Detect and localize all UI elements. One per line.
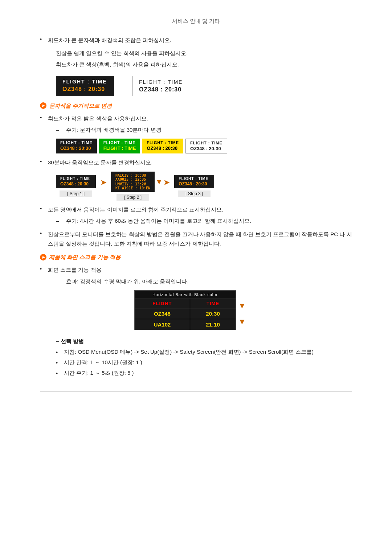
orange-bullet-icon-2 (40, 254, 46, 260)
step-box-3: FLIGHT : TIME OZ348 : 20:30 [ Step 3 ] (174, 175, 214, 197)
orange-label-text-2: 제품에 화면 스크롤 기능 적용 (49, 254, 121, 261)
step2-flight-box: NAICIV : 1C:UUAA0025 : 12:35 UMVIIV : 13… (111, 172, 155, 192)
step-label-2: [ Step 2 ] (117, 194, 149, 201)
bullet4-dash-block: – 주기: 4시간 사용 후 60초 동안 움직이는 이미지를 로고와 함께 표… (56, 218, 352, 225)
select-method-items: • 지침: OSD Menu(OSD 메뉴) -> Set Up(설정) -> … (56, 349, 352, 377)
section-title: 서비스 안내 및 기타 (172, 18, 220, 24)
hbar-table-with-arrow: Horizontal Bar with Black color FLIGHT T… (134, 290, 352, 330)
bottom-border (40, 391, 352, 391)
step-label-1: [ Step 1 ] (60, 190, 92, 197)
step-box-1: FLIGHT : TIME OZ348 : 20:30 [ Step 1 ] (56, 175, 96, 197)
flight-box-dark-row1: FLIGHT : TIME (62, 79, 107, 85)
select-item-2: • 시간 간격: 1 ～ 10시간 (권장: 1 ) (56, 359, 352, 366)
hbar-col-flight-header: FLIGHT (135, 299, 190, 308)
bullet-item-6: • 화면 스크롤 기능 적용 (40, 265, 352, 275)
bullet-dot-2: • (40, 114, 48, 120)
orange-label-1: 문자색을 주기적으로 변경 (40, 103, 352, 110)
dash-bullet-4-1: – (56, 218, 66, 225)
flight-box-light-row1: FLIGHT : TIME (139, 79, 183, 85)
step-flight-1-r1: FLIGHT : TIME (60, 177, 91, 181)
fb-black-1-r2: OZ348 : 20:30 (60, 145, 93, 151)
bullet-text-2: 휘도차가 적은 밝은 색상을 사용하십시오. (48, 114, 148, 123)
orange-bullet-icon-1 (40, 102, 46, 109)
step-flight-3-r1: FLIGHT : TIME (179, 177, 210, 181)
dash-bullet-6-1: – (56, 278, 66, 285)
bullet6-dash-block: – 효과: 검정색의 수평 막대가 위, 아래로 움직입니다. (56, 278, 352, 285)
select-item-text-1: 지침: OSD Menu(OSD 메뉴) -> Set Up(설정) -> Sa… (64, 349, 314, 356)
step-flight-1: FLIGHT : TIME OZ348 : 20:30 (56, 175, 96, 188)
bullet-text-5: 잔상으로부터 모니터를 보호하는 최상의 방법은 전원을 끄거나 사용하지 않을… (48, 230, 352, 248)
step-box-2: NAICIV : 1C:UUAA0025 : 12:35 UMVIIV : 13… (111, 172, 155, 201)
bullet-item-2: • 휘도차가 적은 밝은 색상을 사용하십시오. (40, 114, 352, 123)
section-title-bar: 서비스 안내 및 기타 (40, 11, 352, 25)
orange-label-2: 제품에 화면 스크롤 기능 적용 (40, 254, 352, 261)
hbar-row-1: OZ348 20:30 (135, 308, 236, 319)
bullet-dot-6: • (40, 266, 48, 272)
step2-r1: NAICIV : 1C:UUAA0025 : 12:35 (115, 173, 150, 181)
bullet-dot-1: • (40, 36, 48, 42)
step-flight-1-r2: OZ348 : 20:30 (60, 181, 91, 186)
flight-box-dark: FLIGHT : TIME OZ348 : 20:30 (56, 76, 114, 96)
step-label-3: [ Step 3 ] (178, 190, 211, 197)
dash-text-4-1: 주기: 4시간 사용 후 60초 동안 움직이는 이미지를 로고와 함께 표시하… (66, 218, 251, 225)
dash-bullet-2-1: – (56, 127, 66, 134)
hbar-main-header: Horizontal Bar with Black color (135, 290, 236, 299)
hbar-row-2: UA102 21:10 (135, 319, 236, 330)
fb-black-1: FLIGHT : TIME OZ348 : 20:30 (56, 139, 97, 153)
hbar-table: Horizontal Bar with Black color FLIGHT T… (134, 290, 236, 330)
hbar-cell-ua102: UA102 (135, 319, 190, 330)
fb-black-1-r1: FLIGHT : TIME (60, 140, 93, 145)
bullet-dot-3: • (40, 158, 48, 164)
fb-yellow-1: FLIGHT : TIME OZ348 : 20:30 (142, 139, 183, 153)
bullet-item-1: • 휘도차가 큰 문자색과 배경색의 조합은 피하십시오. (40, 36, 352, 45)
fb-green-1-r2: FLIGHT : TIME (103, 145, 136, 151)
bullet-text-6: 화면 스크롤 기능 적용 (48, 265, 102, 275)
dash-text-6-1: 효과: 검정색의 수평 막대가 위, 아래로 움직입니다. (66, 278, 189, 285)
bullet6-dash-1: – 효과: 검정색의 수평 막대가 위, 아래로 움직입니다. (56, 278, 352, 285)
fb-green-1: FLIGHT : TIME FLIGHT : TIME (99, 139, 140, 153)
bullet-dot-4: • (40, 205, 48, 212)
multi-flight-row: FLIGHT : TIME OZ348 : 20:30 FLIGHT : TIM… (56, 139, 352, 153)
step2-r2: UMVIIV : 13:2VKI A19JE : 19:EN (115, 182, 150, 190)
hbar-cell-2110: 21:10 (190, 319, 236, 330)
step-arrow-1-2: ➤ (100, 178, 107, 194)
fb-green-1-r1: FLIGHT : TIME (103, 140, 136, 145)
step-flight-3-r2: OZ348 : 20:30 (179, 181, 210, 186)
select-item-3: • 시간 주기: 1 ～ 5초 (권장: 5 ) (56, 370, 352, 377)
bullet-item-4: • 모든 영역에서 움직이는 이미지를 로고와 함께 주기적으로 표시하십시오. (40, 205, 352, 214)
bullet-text-4: 모든 영역에서 움직이는 이미지를 로고와 함께 주기적으로 표시하십시오. (48, 205, 223, 214)
flight-box-dark-row2: OZ348 : 20:30 (62, 86, 107, 93)
hbar-down-arrow-1: ▼ (238, 301, 246, 311)
select-method-section: – 선택 방법 • 지침: OSD Menu(OSD 메뉴) -> Set Up… (40, 338, 352, 377)
bullet-item-5: • 잔상으로부터 모니터를 보호하는 최상의 방법은 전원을 끄거나 사용하지 … (40, 230, 352, 248)
step-arrow-2-3: ➤ (163, 178, 170, 194)
step2-down-arrow: ▼ (156, 177, 163, 186)
hbar-cell-2030: 20:30 (190, 308, 236, 319)
hbar-down-arrow-2: ▼ (238, 317, 246, 327)
bullet-dot-5: • (40, 230, 48, 236)
flight-box-light-row2: OZ348 : 20:30 (139, 86, 183, 93)
bullet-text-3: 30분마다 움직임으로 문자를 변경하십시오. (48, 158, 152, 167)
select-item-text-3: 시간 주기: 1 ～ 5초 (권장: 5 ) (64, 370, 134, 377)
hbar-table-wrap: Horizontal Bar with Black color FLIGHT T… (134, 290, 352, 330)
page-container: 서비스 안내 및 기타 • 휘도차가 큰 문자색과 배경색의 조합은 피하십시오… (33, 0, 359, 413)
hbar-cell-oz348: OZ348 (135, 308, 190, 319)
select-item-1: • 지침: OSD Menu(OSD 메뉴) -> Set Up(설정) -> … (56, 349, 352, 356)
select-bullet-3: • (56, 370, 64, 376)
bullet2-dash-1: – 주기: 문자색과 배경색을 30분마다 변경 (56, 127, 352, 134)
fb-white-1-r2: OZ348 : 20:30 (190, 146, 222, 151)
bullet2-dash-block: – 주기: 문자색과 배경색을 30분마다 변경 (56, 127, 352, 134)
hbar-down-arrows: ▼ ▼ (238, 290, 246, 327)
fb-yellow-1-r1: FLIGHT : TIME (147, 140, 179, 145)
select-method-title: – 선택 방법 (56, 338, 352, 345)
dash-text-2-1: 주기: 문자색과 배경색을 30분마다 변경 (66, 127, 162, 134)
flight-box-light: FLIGHT : TIME OZ348 : 20:30 (132, 76, 190, 96)
bullet-text-1: 휘도차가 큰 문자색과 배경색의 조합은 피하십시오. (48, 36, 171, 45)
sub-text-1a: 잔상을 쉽게 일으킬 수 있는 회색의 사용을 피하십시오. (56, 49, 352, 58)
step-row: FLIGHT : TIME OZ348 : 20:30 [ Step 1 ] ➤… (56, 172, 352, 201)
step-flight-3: FLIGHT : TIME OZ348 : 20:30 (174, 175, 214, 188)
hbar-col-time-header: TIME (190, 299, 236, 308)
orange-label-text-1: 문자색을 주기적으로 변경 (49, 103, 112, 110)
select-bullet-1: • (56, 349, 64, 355)
sub-text-1b: 휘도차가 큰 색상(흑백, 회색)의 사용을 피하십시오. (56, 60, 352, 69)
